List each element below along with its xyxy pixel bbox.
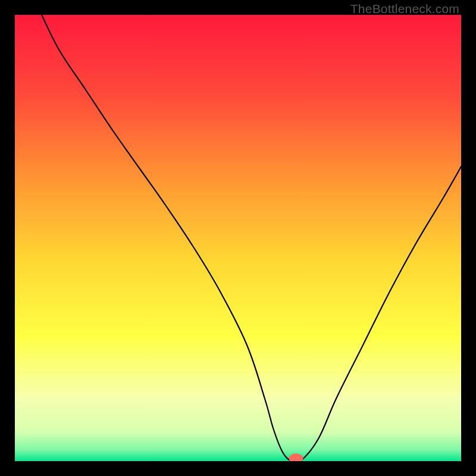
chart-frame: TheBottleneck.com bbox=[0, 0, 476, 476]
chart-svg bbox=[15, 15, 461, 461]
chart-background bbox=[15, 15, 461, 461]
watermark-label: TheBottleneck.com bbox=[350, 2, 459, 16]
plot-area bbox=[15, 15, 461, 461]
